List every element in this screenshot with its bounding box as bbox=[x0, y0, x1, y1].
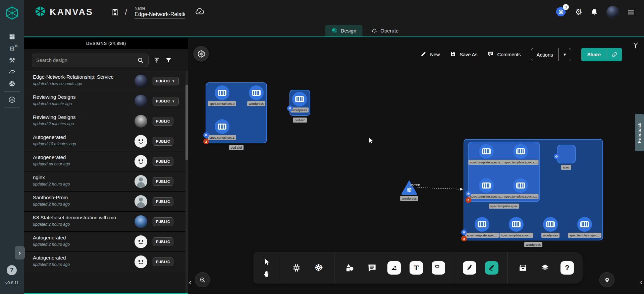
node-spec-containers-0[interactable]: spec.containers.0 bbox=[215, 85, 229, 100]
drawer-tool[interactable] bbox=[516, 261, 530, 275]
design-list-item[interactable]: Autogeneratedupdated an hour agoPUBLIC bbox=[24, 151, 188, 171]
notifications-bell-icon[interactable] bbox=[590, 8, 598, 16]
node-wordpress[interactable]: ☸wordpress bbox=[401, 180, 418, 195]
layers-tool[interactable] bbox=[538, 261, 552, 275]
layers-icon bbox=[540, 263, 550, 273]
share-split-button[interactable]: Share bbox=[581, 48, 622, 61]
sidebar-item-lifecycle[interactable]: ⚙⚙ bbox=[0, 43, 24, 54]
design-list-item[interactable]: Autogeneratedupdated 10 minutes agoPUBLI… bbox=[24, 131, 188, 151]
copy-link-icon[interactable] bbox=[607, 48, 622, 61]
toolbar-group bbox=[262, 258, 272, 278]
node-label: wordpress bbox=[247, 101, 265, 106]
design-list-item[interactable]: Reviewing Designsupdated a minute agoPUB… bbox=[24, 91, 188, 111]
tab-design[interactable]: Design bbox=[325, 25, 363, 36]
sidebar-item-configuration[interactable]: ⚒ bbox=[0, 54, 24, 66]
search-icon[interactable] bbox=[137, 57, 144, 64]
brand-title: KANVAS bbox=[50, 7, 93, 17]
designs-panel-title: DESIGNS (24,898) bbox=[24, 38, 188, 49]
node-wordpress[interactable]: wordpress bbox=[249, 85, 264, 100]
node-spec-template-spec[interactable]: spec.template.spec... bbox=[509, 217, 524, 232]
organization-icon[interactable] bbox=[111, 8, 119, 16]
freehand-draw-tool[interactable] bbox=[485, 261, 498, 275]
new-button[interactable]: New bbox=[420, 51, 440, 58]
user-avatar[interactable] bbox=[606, 6, 619, 18]
sidebar-item-dashboard[interactable] bbox=[0, 31, 24, 43]
design-title: Autogenerated bbox=[33, 235, 124, 240]
meshery-components-tool[interactable] bbox=[290, 261, 303, 275]
pen-tool[interactable] bbox=[463, 261, 476, 275]
collapse-right-chevron[interactable]: ‹ bbox=[640, 278, 643, 287]
design-canvas[interactable]: New Save As Comments Actions ▼ Share pod… bbox=[188, 38, 644, 294]
meshery-logo[interactable] bbox=[0, 0, 24, 26]
zoom-button[interactable] bbox=[195, 272, 210, 287]
meshery-floating-button[interactable] bbox=[193, 46, 209, 62]
locate-pin-button[interactable] bbox=[599, 272, 614, 287]
node-spec-template-spec-s[interactable]: spec.template.spec.s... bbox=[513, 178, 528, 193]
group-label: spec.template.spec bbox=[489, 204, 520, 209]
node-spec-template-spec-s[interactable]: spec.template.spec.s... bbox=[479, 178, 494, 193]
collapse-panel-chevron[interactable]: ‹ bbox=[189, 278, 192, 287]
visibility-badge[interactable]: PUBLIC bbox=[153, 217, 173, 226]
visibility-badge[interactable]: PUBLIC bbox=[153, 258, 173, 266]
visibility-badge[interactable]: PUBLIC bbox=[153, 137, 173, 146]
kubernetes-context-switcher[interactable]: ☸ 1 bbox=[555, 6, 567, 18]
expand-rail-button[interactable]: › bbox=[15, 246, 25, 260]
frame-tool[interactable] bbox=[432, 261, 445, 275]
design-list-item[interactable]: Edge-Network-Relationship: Serviceupdate… bbox=[24, 71, 188, 91]
node-spec-template-spec-s[interactable]: spec.template.spec.s... bbox=[513, 144, 528, 159]
visibility-label: PUBLIC bbox=[156, 119, 170, 123]
node-spec-template-spec[interactable]: spec.template.spec... bbox=[577, 217, 592, 232]
node-wordpress[interactable]: wordpress bbox=[543, 217, 558, 232]
design-list-item[interactable]: K8 Statefulset demonstration with moupda… bbox=[24, 211, 188, 231]
pan-tool[interactable] bbox=[262, 270, 272, 278]
container-icon bbox=[252, 90, 261, 96]
shapes-tool[interactable] bbox=[343, 261, 357, 275]
node-spec[interactable]: ☸spec bbox=[557, 145, 576, 163]
visibility-badge[interactable]: PUBLIC bbox=[153, 197, 173, 206]
design-list-item[interactable]: Autogeneratedupdated 2 hours agoPUBLIC bbox=[24, 251, 188, 272]
hamburger-menu-icon[interactable] bbox=[627, 8, 635, 16]
save-as-button[interactable]: Save As bbox=[450, 51, 477, 58]
tab-operate[interactable]: Operate bbox=[365, 25, 405, 36]
node-spec-template-spec[interactable]: spec.template.spec... bbox=[475, 217, 489, 232]
sidebar-item-extensions[interactable] bbox=[0, 78, 24, 89]
kubernetes-components-tool[interactable]: ☸ bbox=[312, 261, 325, 275]
panel-scrollbar-thumb[interactable] bbox=[185, 85, 188, 160]
text-tool[interactable]: T bbox=[410, 261, 423, 275]
visibility-badge[interactable]: PUBLIC bbox=[153, 157, 173, 166]
visibility-badge[interactable]: PUBLIC bbox=[153, 117, 173, 126]
help-button[interactable]: ? bbox=[7, 265, 17, 275]
design-list-item[interactable]: nginxupdated 2 hours agoPUBLIC bbox=[24, 171, 188, 191]
branch-icon[interactable] bbox=[632, 42, 639, 51]
visibility-badge[interactable]: PUBLIC bbox=[153, 237, 173, 246]
node-wordpress[interactable]: wordpress bbox=[292, 92, 307, 106]
filter-icon[interactable] bbox=[165, 57, 172, 64]
import-design-icon[interactable] bbox=[153, 57, 160, 64]
visibility-badge[interactable]: PUBLIC bbox=[153, 177, 173, 186]
kanvas-brand[interactable]: KANVAS bbox=[34, 5, 93, 19]
design-name-input[interactable] bbox=[135, 11, 185, 18]
comments-button[interactable]: Comments bbox=[487, 51, 521, 58]
node-spec-template-spec-s[interactable]: spec.template.spec.s... bbox=[479, 144, 494, 159]
sidebar-item-kanvas[interactable] bbox=[0, 94, 24, 105]
toolbar-group: T bbox=[343, 261, 445, 275]
design-list-item[interactable]: Reviewing Designsupdated 2 minutes agoPU… bbox=[24, 111, 188, 131]
sidebar-item-performance[interactable] bbox=[0, 66, 24, 78]
toolbar-divider bbox=[281, 252, 281, 284]
settings-gear-icon[interactable]: ⚙ bbox=[575, 8, 582, 16]
feedback-tab[interactable]: Feedback bbox=[635, 114, 644, 151]
comment-tool[interactable] bbox=[365, 261, 379, 275]
search-input[interactable] bbox=[36, 58, 137, 63]
visibility-badge[interactable]: PUBLIC▼ bbox=[153, 97, 179, 105]
actions-caret[interactable]: ▼ bbox=[558, 48, 571, 61]
visibility-badge[interactable]: PUBLIC▼ bbox=[153, 77, 179, 85]
help-tool[interactable]: ? bbox=[560, 261, 574, 275]
select-tool[interactable] bbox=[262, 258, 272, 266]
service-triangle-icon: ☸ bbox=[401, 180, 418, 195]
container-icon bbox=[478, 221, 486, 227]
actions-split-button[interactable]: Actions ▼ bbox=[531, 48, 571, 61]
design-list-item[interactable]: Santhosh-Promupdated 2 hours agoPUBLIC bbox=[24, 191, 188, 211]
node-spec-containers-1[interactable]: spec.containers.1 bbox=[215, 119, 229, 134]
design-list-item[interactable]: Autogeneratedupdated 2 hours agoPUBLIC bbox=[24, 231, 188, 251]
image-tool[interactable] bbox=[387, 261, 401, 275]
